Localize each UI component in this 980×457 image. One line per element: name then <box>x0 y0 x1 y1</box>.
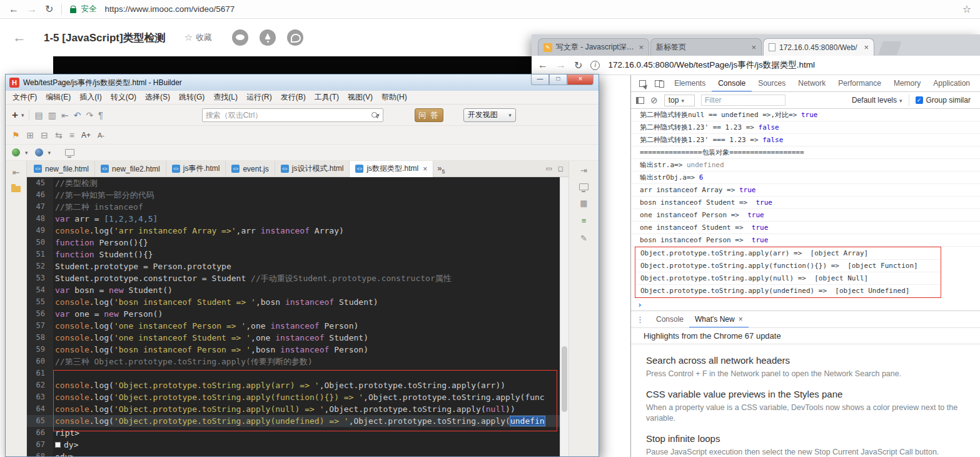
weibo-share-icon[interactable] <box>287 29 303 46</box>
code-line[interactable]: 54var bosn = new Student() <box>27 284 560 296</box>
editor-scrollbar[interactable] <box>560 177 568 456</box>
console-message[interactable]: bosn instanceof Person => true <box>631 234 980 247</box>
browser-tab[interactable]: ✎写文章 - Javascript深入...× <box>538 38 649 56</box>
editor-tab[interactable]: <>new_file2.html <box>95 161 166 177</box>
new-tab-button[interactable] <box>878 41 901 55</box>
hbuilder-titlebar[interactable]: H Web/testPage/js事件/js数据类型.html - HBuild… <box>6 74 599 91</box>
console-message[interactable]: Object.prototype.toString.apply(function… <box>635 260 941 272</box>
console-message[interactable]: 输出strObj.a=> 6 <box>631 172 980 184</box>
code-line[interactable]: 58console.log('one instanceof Student =>… <box>27 332 560 344</box>
code-line[interactable]: 61 <box>27 367 560 379</box>
drawer-tab[interactable]: What's New× <box>689 311 749 328</box>
indent-icon[interactable]: ⊞ <box>27 130 34 140</box>
editor-tab[interactable]: <>event.js <box>226 161 275 177</box>
back-button[interactable]: ← <box>9 4 19 15</box>
code-editor[interactable]: 45//类型检测46//第一种如第一部分的代码47//第二种 instanceo… <box>27 177 568 456</box>
code-line[interactable]: 47//第二种 instanceof <box>27 201 560 213</box>
search-icon[interactable] <box>371 111 378 119</box>
menu-item[interactable]: 查找(L) <box>209 92 242 103</box>
code-line[interactable]: 60//第三种 Object.prototype.toString.apply(… <box>27 356 560 367</box>
code-line[interactable]: 65console.log('Object.prototype.toString… <box>27 415 560 427</box>
dock-left-icon[interactable]: ⇤ <box>13 167 20 177</box>
inspect-element-icon[interactable] <box>639 80 646 87</box>
code-line[interactable]: 56var one = new Person() <box>27 308 560 320</box>
menu-item[interactable]: 编辑(E) <box>41 92 75 103</box>
save-icon[interactable]: ▤ <box>34 110 43 120</box>
code-line[interactable]: 46//第一种如第一部分的代码 <box>27 189 560 201</box>
list-icon[interactable]: ≡ <box>69 130 74 140</box>
menu-item[interactable]: 文件(F) <box>8 92 41 103</box>
dock-right-icon[interactable]: ⇥ <box>580 166 587 175</box>
code-line[interactable]: 66ript> <box>27 427 560 439</box>
console-message[interactable]: bosn instanceof Student => true <box>631 197 980 209</box>
console-message[interactable]: one instanceof Student => true <box>631 222 980 234</box>
redo-icon[interactable]: ↷ <box>86 110 93 120</box>
font-increase-button[interactable]: A+ <box>81 131 91 140</box>
code-line[interactable]: 49console.log('arr instanceof Array =>',… <box>27 225 560 237</box>
code-line[interactable]: 48var arr = [1,2,3,4,5] <box>27 213 560 225</box>
notification-bell-icon[interactable] <box>260 29 276 46</box>
maximize-button[interactable]: □ <box>549 74 567 85</box>
save-all-icon[interactable]: ▥ <box>48 110 56 120</box>
menu-item[interactable]: 转义(O) <box>106 92 141 103</box>
more-options-icon[interactable]: ⋮ <box>636 315 644 324</box>
maximize-editor-icon[interactable]: ◻ <box>558 165 563 173</box>
editor-tab[interactable]: <>new_file.html <box>28 161 95 177</box>
code-line[interactable]: 52Student.prototype = Person.prototype <box>27 260 560 272</box>
console-message[interactable]: 输出str.a=> undefined <box>631 159 980 172</box>
devtools-tab-elements[interactable]: Elements <box>668 75 712 92</box>
editor-tab[interactable]: <>js事件.html <box>166 161 226 177</box>
scrollbar-thumb[interactable] <box>562 346 567 412</box>
chevron-down-icon[interactable]: ▾ <box>48 150 51 156</box>
search-input[interactable] <box>206 111 371 120</box>
console-message[interactable]: Object.prototype.toString.apply(undefine… <box>635 285 941 297</box>
menu-item[interactable]: 跳转(G) <box>174 92 209 103</box>
code-line[interactable]: 45//类型检测 <box>27 177 560 189</box>
format-icon[interactable]: ¶ <box>98 110 103 120</box>
device-preview-icon[interactable] <box>65 149 74 156</box>
menu-item[interactable]: 工具(T) <box>310 92 343 103</box>
group-similar-checkbox[interactable]: ✓ Group similar <box>916 96 971 105</box>
console-message[interactable]: Object.prototype.toString.apply(null) =>… <box>635 272 941 285</box>
menu-item[interactable]: 运行(R) <box>242 92 276 103</box>
close-button[interactable]: × <box>567 74 594 85</box>
console-prompt[interactable]: › <box>631 298 980 311</box>
console-message[interactable]: 第二种隐式转换1.23' == 1.23 => false <box>631 121 980 134</box>
resources-icon[interactable]: ≡ <box>582 216 587 225</box>
fold-marker[interactable] <box>55 442 61 448</box>
browser-tab[interactable]: 172.16.0.45:8080/Web/× <box>763 38 874 56</box>
goto-icon[interactable]: ⇤ <box>61 110 69 120</box>
editor-tab[interactable]: <>js数据类型.html× <box>350 161 433 177</box>
outdent-icon[interactable]: ⊟ <box>41 130 48 140</box>
code-line[interactable]: 67dy> <box>27 439 560 451</box>
console-message[interactable]: one instanceof Person => true <box>631 209 980 222</box>
bookmark-star-icon[interactable]: ☆ <box>962 3 971 15</box>
tab-close-icon[interactable]: × <box>864 43 869 52</box>
code-line[interactable]: 50function Person(){} <box>27 237 560 249</box>
address-bar[interactable]: 172.16.0.45:8080/Web/testPage/js事件/js数据类… <box>608 59 815 71</box>
bookmark-icon[interactable]: ⚑ <box>12 130 20 140</box>
tab-close-icon[interactable]: × <box>751 43 756 52</box>
console-sidebar-icon[interactable] <box>636 97 644 104</box>
tab-close-icon[interactable]: × <box>639 43 644 52</box>
clear-console-icon[interactable]: ⊘ <box>650 95 658 105</box>
context-selector[interactable]: top▾ <box>664 95 695 106</box>
menu-item[interactable]: 帮助(H) <box>377 92 412 103</box>
devtools-tab-memory[interactable]: Memory <box>887 75 927 92</box>
back-button[interactable]: ← <box>538 59 548 71</box>
devtools-tab-console[interactable]: Console <box>712 75 752 92</box>
chevron-down-icon[interactable]: ▾ <box>21 112 24 118</box>
code-line[interactable]: 62console.log('Object.prototype.toString… <box>27 379 560 391</box>
browser-tab[interactable]: 新标签页× <box>650 38 762 56</box>
swap-icon[interactable]: ⇆ <box>55 130 63 140</box>
menu-item[interactable]: 选择(S) <box>141 92 174 103</box>
forward-button[interactable]: → <box>27 4 37 15</box>
minimize-button[interactable]: — <box>531 74 549 85</box>
menu-item[interactable]: 插入(I) <box>75 92 106 103</box>
console-message[interactable]: arr instanceof Array => true <box>631 184 980 197</box>
minimize-editor-icon[interactable]: ▭ <box>545 165 552 173</box>
reload-button[interactable]: ↻ <box>45 3 53 15</box>
log-levels-dropdown[interactable]: Default levels▾ <box>852 96 902 105</box>
chevron-down-icon[interactable]: ▾ <box>25 150 28 156</box>
page-back-icon[interactable]: ← <box>13 29 26 46</box>
